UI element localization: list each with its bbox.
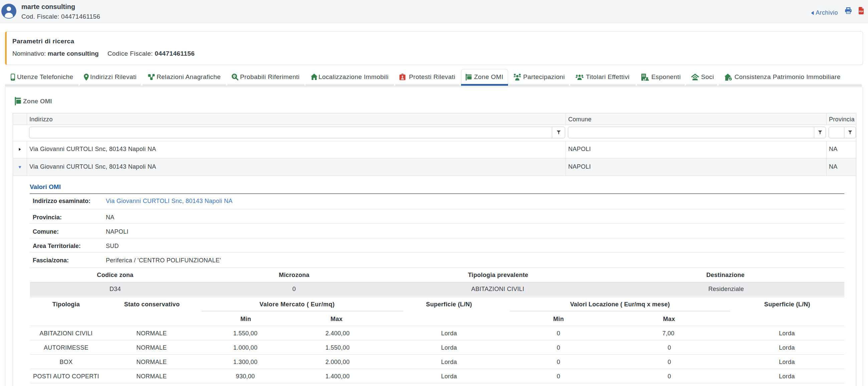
svg-text:PDF: PDF (859, 10, 863, 13)
